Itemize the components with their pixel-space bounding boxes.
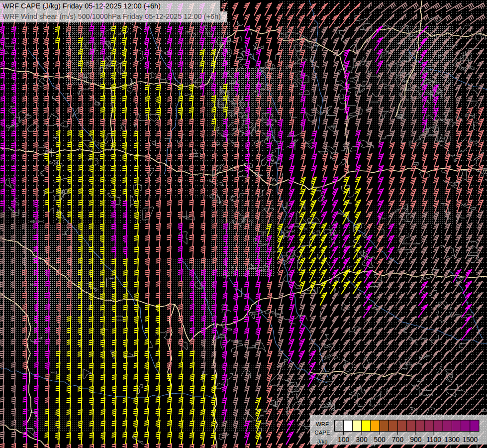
svg-text:900: 900 — [410, 436, 422, 444]
svg-text:WRF Wind shear (m/s) 500/1000h: WRF Wind shear (m/s) 500/1000hPa Friday … — [2, 12, 221, 20]
svg-text:300: 300 — [356, 436, 368, 444]
svg-text:1300: 1300 — [444, 436, 460, 444]
svg-text:700: 700 — [392, 436, 404, 444]
svg-text:CAPE: CAPE — [314, 430, 330, 436]
svg-text:1100: 1100 — [426, 436, 441, 444]
svg-text:500: 500 — [374, 436, 386, 444]
svg-text:1500: 1500 — [462, 436, 478, 444]
svg-text:WRF CAPE (J/kg) Friday 05-12-2: WRF CAPE (J/kg) Friday 05-12-2025 12:00 … — [2, 2, 161, 10]
svg-text:WRF: WRF — [316, 421, 329, 427]
svg-text:100: 100 — [338, 436, 350, 444]
svg-text:J/kg: J/kg — [317, 439, 327, 445]
